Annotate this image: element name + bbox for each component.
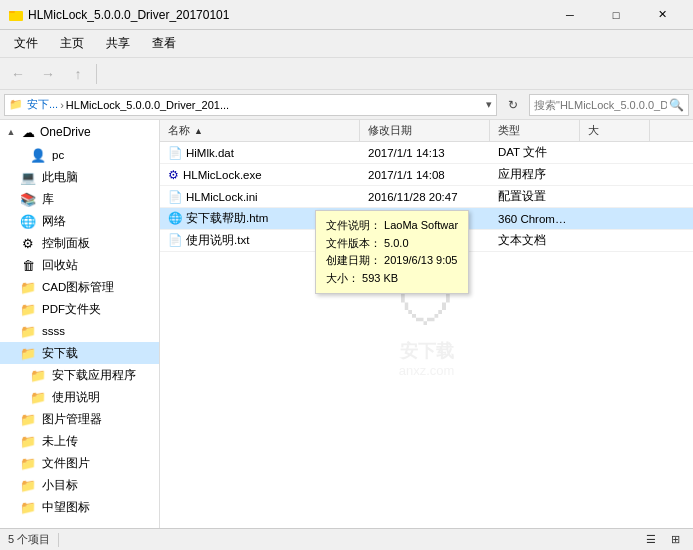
main-content: ▲ ☁ OneDrive 👤 pc 💻 此电脑 📚 库 🌐 网络 ⚙ 控制面板 … xyxy=(0,120,693,528)
search-box[interactable]: 🔍 xyxy=(529,94,689,116)
sidebar-label-pc: pc xyxy=(52,149,64,161)
sidebar-label-network: 网络 xyxy=(42,214,66,229)
addressbar: 📁 安下... › HLMicLock_5.0.0.0_Driver_201..… xyxy=(0,90,693,120)
file-date-exe: 2017/1/1 14:08 xyxy=(360,169,490,181)
imgmgr-icon: 📁 xyxy=(20,411,36,427)
window-title: HLMicLock_5.0.0.0_Driver_20170101 xyxy=(28,8,229,22)
sidebar: ▲ ☁ OneDrive 👤 pc 💻 此电脑 📚 库 🌐 网络 ⚙ 控制面板 … xyxy=(0,120,160,528)
tooltip-popup: 文件说明： LaoMa Softwar 文件版本： 5.0.0 创建日期： 20… xyxy=(315,210,469,294)
tooltip-version-value: 5.0.0 xyxy=(384,237,408,249)
up-button[interactable]: ↑ xyxy=(64,61,92,87)
sidebar-item-cad[interactable]: 📁 CAD图标管理 xyxy=(0,276,159,298)
sidebar-item-anxiazai[interactable]: 📁 安下载 xyxy=(0,342,159,364)
pdf-icon: 📁 xyxy=(20,301,36,317)
txt-icon: 📄 xyxy=(168,234,182,246)
sidebar-item-manual[interactable]: 📁 使用说明 xyxy=(0,386,159,408)
table-row[interactable]: 📄HLMicLock.ini 2016/11/28 20:47 配置设置 xyxy=(160,186,693,208)
menu-home[interactable]: 主页 xyxy=(50,31,94,56)
filelist-header: 名称 ▲ 修改日期 类型 大 xyxy=(160,120,693,142)
file-date-himlk: 2017/1/1 14:13 xyxy=(360,147,490,159)
menu-share[interactable]: 共享 xyxy=(96,31,140,56)
sidebar-label-ssss: ssss xyxy=(42,325,65,337)
pc-icon: 👤 xyxy=(30,147,46,163)
file-name-ini: 📄HLMicLock.ini xyxy=(160,190,360,204)
expand-icon: ▲ xyxy=(6,127,16,137)
status-separator xyxy=(58,533,59,547)
sidebar-item-library[interactable]: 📚 库 xyxy=(0,188,159,210)
table-row[interactable]: ⚙HLMicLock.exe 2017/1/1 14:08 应用程序 xyxy=(160,164,693,186)
sidebar-item-recycle[interactable]: 🗑 回收站 xyxy=(0,254,159,276)
sidebar-label-thispc: 此电脑 xyxy=(42,170,78,185)
back-button[interactable]: ← xyxy=(4,61,32,87)
tooltip-version-label: 文件版本： xyxy=(326,237,381,249)
breadcrumb-folder-icon: 📁 xyxy=(9,98,23,111)
svg-rect-1 xyxy=(9,11,15,13)
filelist: 🛡 安下载 anxz.com 名称 ▲ 修改日期 类型 大 📄HiMlk.dat… xyxy=(160,120,693,528)
forward-button[interactable]: → xyxy=(34,61,62,87)
status-count: 5 个项目 xyxy=(8,532,50,547)
file-type-htm: 360 Chrome HT... xyxy=(490,213,580,225)
minimize-button[interactable]: ─ xyxy=(547,0,593,30)
view-icons-button[interactable]: ⊞ xyxy=(665,531,685,549)
sidebar-item-zwicon[interactable]: 📁 中望图标 xyxy=(0,496,159,518)
sidebar-item-notuploaded[interactable]: 📁 未上传 xyxy=(0,430,159,452)
file-type-exe: 应用程序 xyxy=(490,167,580,182)
breadcrumb-dropdown-icon[interactable]: ▾ xyxy=(486,98,492,111)
sidebar-item-controlpanel[interactable]: ⚙ 控制面板 xyxy=(0,232,159,254)
search-input[interactable] xyxy=(534,99,667,111)
sidebar-label-goal: 小目标 xyxy=(42,478,78,493)
refresh-button[interactable]: ↻ xyxy=(501,94,525,116)
sidebar-item-thispc[interactable]: 💻 此电脑 xyxy=(0,166,159,188)
col-header-name[interactable]: 名称 ▲ xyxy=(160,120,360,141)
window-controls: ─ □ ✕ xyxy=(547,0,685,30)
anxiazai-icon: 📁 xyxy=(20,345,36,361)
cad-icon: 📁 xyxy=(20,279,36,295)
sidebar-item-goal[interactable]: 📁 小目标 xyxy=(0,474,159,496)
sidebar-item-pc[interactable]: 👤 pc xyxy=(0,144,159,166)
sidebar-label-pdf: PDF文件夹 xyxy=(42,302,101,317)
table-row[interactable]: 📄HiMlk.dat 2017/1/1 14:13 DAT 文件 xyxy=(160,142,693,164)
folder-icon xyxy=(8,7,24,23)
sidebar-label-anxiazai: 安下载 xyxy=(42,346,78,361)
sidebar-item-app[interactable]: 📁 安下载应用程序 xyxy=(0,364,159,386)
file-type-ini: 配置设置 xyxy=(490,189,580,204)
maximize-button[interactable]: □ xyxy=(593,0,639,30)
menubar: 文件 主页 共享 查看 xyxy=(0,30,693,58)
controlpanel-icon: ⚙ xyxy=(20,235,36,251)
sidebar-label-app: 安下载应用程序 xyxy=(52,368,136,383)
col-header-date[interactable]: 修改日期 xyxy=(360,120,490,141)
sidebar-item-imgmgr[interactable]: 📁 图片管理器 xyxy=(0,408,159,430)
tooltip-desc-label: 文件说明： xyxy=(326,219,381,231)
himlk-icon: 📄 xyxy=(168,147,182,159)
close-button[interactable]: ✕ xyxy=(639,0,685,30)
sidebar-item-onedrive[interactable]: ▲ ☁ OneDrive xyxy=(0,120,159,144)
sidebar-item-network[interactable]: 🌐 网络 xyxy=(0,210,159,232)
address-breadcrumb[interactable]: 📁 安下... › HLMicLock_5.0.0.0_Driver_201..… xyxy=(4,94,497,116)
file-date-ini: 2016/11/28 20:47 xyxy=(360,191,490,203)
titlebar-left: HLMicLock_5.0.0.0_Driver_20170101 xyxy=(8,7,229,23)
col-header-size[interactable]: 大 xyxy=(580,120,650,141)
tooltip-version-line: 文件版本： 5.0.0 xyxy=(326,235,458,253)
col-header-type[interactable]: 类型 xyxy=(490,120,580,141)
tooltip-size-line: 大小： 593 KB xyxy=(326,270,458,288)
sidebar-label-library: 库 xyxy=(42,192,54,207)
network-icon: 🌐 xyxy=(20,213,36,229)
exe-icon: ⚙ xyxy=(168,169,179,181)
titlebar: HLMicLock_5.0.0.0_Driver_20170101 ─ □ ✕ xyxy=(0,0,693,30)
menu-file[interactable]: 文件 xyxy=(4,31,48,56)
tooltip-desc-value: LaoMa Softwar xyxy=(384,219,458,231)
view-details-button[interactable]: ☰ xyxy=(641,531,661,549)
thispc-icon: 💻 xyxy=(20,169,36,185)
recycle-icon: 🗑 xyxy=(20,257,36,273)
breadcrumb-sep: › xyxy=(60,99,64,111)
sidebar-label-controlpanel: 控制面板 xyxy=(42,236,90,251)
sidebar-label-filepics: 文件图片 xyxy=(42,456,90,471)
sidebar-item-filepics[interactable]: 📁 文件图片 xyxy=(0,452,159,474)
tooltip-created-value: 2019/6/13 9:05 xyxy=(384,254,457,266)
menu-view[interactable]: 查看 xyxy=(142,31,186,56)
sidebar-item-ssss[interactable]: 📁 ssss xyxy=(0,320,159,342)
breadcrumb-part2: HLMicLock_5.0.0.0_Driver_201... xyxy=(66,99,229,111)
sidebar-label-manual: 使用说明 xyxy=(52,390,100,405)
sidebar-item-pdf[interactable]: 📁 PDF文件夹 xyxy=(0,298,159,320)
zwicon-icon: 📁 xyxy=(20,499,36,515)
